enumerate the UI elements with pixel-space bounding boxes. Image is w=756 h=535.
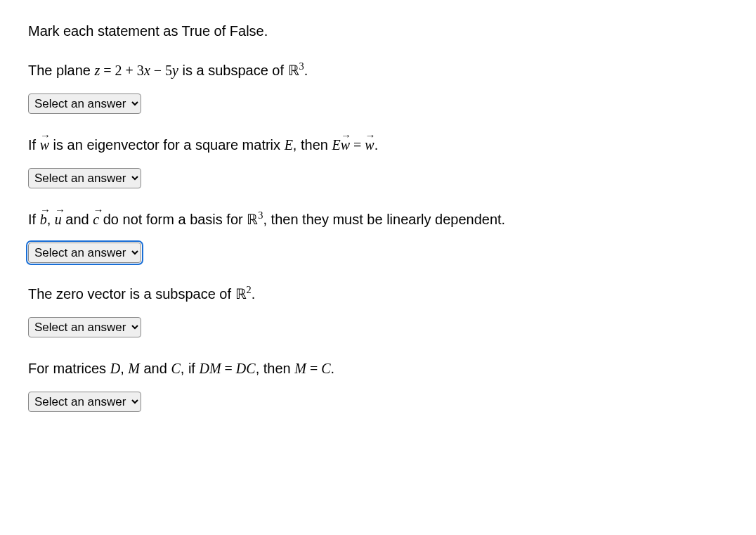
q5-prefix: For matrices bbox=[28, 361, 110, 376]
q5-DM-M: M bbox=[209, 361, 221, 376]
question-4-text: The zero vector is a subspace of ℝ2. bbox=[28, 284, 728, 304]
answer-select-3[interactable]: Select an answer bbox=[28, 243, 141, 263]
q1-var-x: x bbox=[144, 63, 150, 78]
q5-then: , then bbox=[256, 361, 295, 376]
q1-minus: − 5 bbox=[150, 63, 172, 78]
q5-M2: M bbox=[294, 361, 306, 376]
q5-and: and bbox=[140, 361, 171, 376]
q4-end: . bbox=[252, 286, 256, 302]
answer-select-5[interactable]: Select an answer bbox=[28, 392, 141, 412]
q5-sep1: , bbox=[120, 361, 128, 376]
q1-exp: 3 bbox=[299, 60, 304, 72]
q1-eq: = bbox=[100, 63, 115, 78]
q5-eq2: = bbox=[306, 361, 321, 376]
q5-DM-D: D bbox=[199, 361, 209, 376]
q1-mid: is a subspace of bbox=[178, 63, 288, 78]
q5-C2: C bbox=[321, 361, 330, 376]
q2-vec-w1: w bbox=[40, 135, 49, 155]
q2-mid1: is an eigenvector for a square matrix bbox=[49, 137, 285, 153]
answer-select-4[interactable]: Select an answer bbox=[28, 317, 141, 337]
question-5-text: For matrices D, M and C, if DM = DC, the… bbox=[28, 359, 728, 378]
q1-prefix: The plane bbox=[28, 63, 95, 78]
q3-vec-c: c bbox=[93, 210, 99, 229]
question-3-text: If b, u and c do not form a basis for ℝ3… bbox=[28, 210, 728, 229]
q2-vec-w3: w bbox=[365, 135, 374, 155]
q2-mid2: , then bbox=[293, 137, 332, 153]
answer-select-2[interactable]: Select an answer bbox=[28, 168, 141, 188]
question-2-text: If w is an eigenvector for a square matr… bbox=[28, 135, 728, 155]
q5-end: . bbox=[331, 361, 335, 376]
question-1: The plane z = 2 + 3x − 5y is a subspace … bbox=[28, 60, 728, 114]
question-5: For matrices D, M and C, if DM = DC, the… bbox=[28, 359, 728, 412]
q1-rhs-const: 2 + 3 bbox=[115, 63, 144, 78]
q1-var-y: y bbox=[172, 63, 178, 78]
q3-end: , then they must be linearly dependent. bbox=[263, 212, 505, 227]
q3-vec-b: b bbox=[40, 210, 47, 229]
q4-space: ℝ bbox=[235, 286, 247, 302]
q2-prefix: If bbox=[28, 137, 40, 153]
q5-DC-C: C bbox=[246, 361, 255, 376]
q3-prefix: If bbox=[28, 212, 40, 227]
answer-select-1[interactable]: Select an answer bbox=[28, 94, 141, 114]
q1-space: ℝ bbox=[288, 63, 299, 78]
q2-E2: E bbox=[332, 137, 340, 153]
q5-M: M bbox=[128, 361, 140, 376]
q3-and: and bbox=[62, 212, 93, 227]
q3-mid: do not form a basis for bbox=[99, 212, 247, 227]
q5-DC-D: D bbox=[236, 361, 246, 376]
q1-end: . bbox=[304, 63, 308, 78]
question-1-text: The plane z = 2 + 3x − 5y is a subspace … bbox=[28, 60, 728, 80]
q2-vec-w2: w bbox=[341, 135, 350, 155]
q5-mid: , if bbox=[181, 361, 200, 376]
q2-E: E bbox=[285, 137, 293, 153]
question-4: The zero vector is a subspace of ℝ2. Sel… bbox=[28, 284, 728, 337]
q5-C: C bbox=[171, 361, 180, 376]
question-3: If b, u and c do not form a basis for ℝ3… bbox=[28, 210, 728, 263]
q5-eq1: = bbox=[221, 361, 236, 376]
q2-eq: = bbox=[350, 137, 365, 153]
question-intro: Mark each statement as True of False. bbox=[28, 21, 728, 41]
q4-exp: 2 bbox=[247, 284, 252, 295]
q4-prefix: The zero vector is a subspace of bbox=[28, 286, 235, 302]
q3-vec-u: u bbox=[55, 210, 62, 229]
question-2: If w is an eigenvector for a square matr… bbox=[28, 135, 728, 188]
q3-space: ℝ bbox=[247, 212, 258, 227]
q5-D: D bbox=[110, 361, 120, 376]
